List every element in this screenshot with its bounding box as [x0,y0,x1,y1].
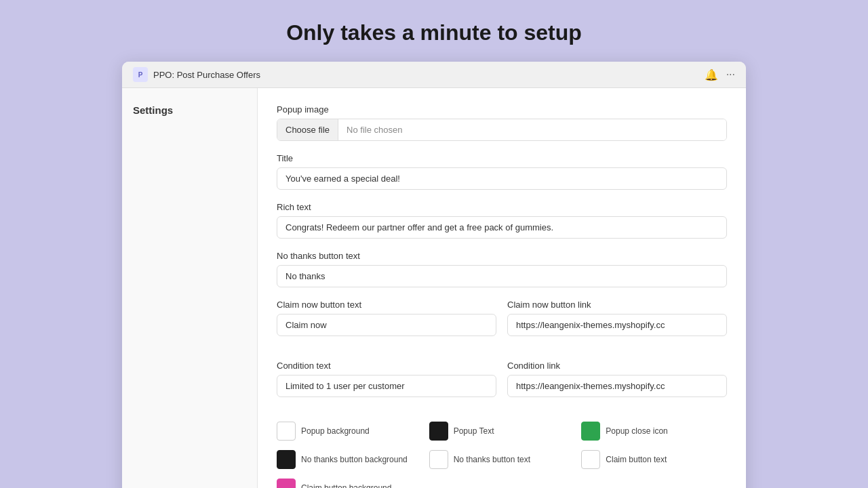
no-thanks-input[interactable] [277,265,727,287]
condition-row: Condition text Condition link [277,361,727,409]
file-name-display: No file chosen [338,119,726,140]
browser-logo: P [133,67,148,82]
color-label-no-thanks-button-background: No thanks button background [301,455,408,464]
color-label-no-thanks-button-text: No thanks button text [454,455,530,464]
condition-link-section: Condition link [507,361,727,397]
color-swatch-claim-button-text[interactable] [581,450,600,469]
color-label-claim-button-text: Claim button text [606,455,667,464]
condition-link-input[interactable] [507,375,727,397]
page-heading: Only takes a minute to setup [286,20,582,45]
more-icon[interactable]: ··· [726,68,735,81]
choose-file-button[interactable]: Choose file [277,119,338,140]
color-options-grid: Popup backgroundPopup TextPopup close ic… [277,422,727,488]
title-section: Title [277,153,727,190]
rich-text-input[interactable] [277,216,727,239]
browser-content: Settings Popup image Choose file No file… [122,88,746,488]
color-option-no-thanks-button-background: No thanks button background [277,450,422,469]
file-input-group: Choose file No file chosen [277,119,727,141]
browser-bar-right: 🔔 ··· [705,68,735,81]
condition-text-section: Condition text [277,361,496,397]
bell-icon[interactable]: 🔔 [705,68,718,81]
browser-window: P PPO: Post Purchase Offers 🔔 ··· Settin… [122,62,746,488]
no-thanks-label: No thanks button text [277,251,727,261]
color-swatch-popup-text[interactable] [429,422,448,441]
browser-bar-left: P PPO: Post Purchase Offers [133,67,260,82]
color-option-popup-close-icon: Popup close icon [581,422,727,441]
condition-text-input[interactable] [277,375,496,397]
color-label-popup-background: Popup background [301,426,370,436]
color-option-popup-background: Popup background [277,422,422,441]
claim-now-link-label: Claim now button link [507,300,727,310]
color-label-claim-button-background: Claim button background [301,483,391,488]
title-input[interactable] [277,167,727,190]
claim-text-section: Claim now button text [277,300,496,336]
main-content: Popup image Choose file No file chosen T… [258,88,746,488]
rich-text-section: Rich text [277,202,727,239]
color-swatch-claim-button-background[interactable] [277,479,296,488]
rich-text-label: Rich text [277,202,727,212]
color-option-popup-text: Popup Text [429,422,575,441]
color-option-claim-button-text: Claim button text [581,450,727,469]
popup-image-label: Popup image [277,104,727,115]
color-label-popup-text: Popup Text [454,426,494,436]
color-swatch-popup-close-icon[interactable] [581,422,600,441]
claim-now-link-input[interactable] [507,314,727,336]
color-swatch-no-thanks-button-background[interactable] [277,450,296,469]
color-option-claim-button-background: Claim button background [277,479,422,488]
claim-now-text-input[interactable] [277,314,496,336]
browser-title: PPO: Post Purchase Offers [153,70,260,80]
sidebar-settings-label: Settings [133,104,173,116]
color-swatch-no-thanks-button-text[interactable] [429,450,448,469]
browser-bar: P PPO: Post Purchase Offers 🔔 ··· [122,62,746,88]
condition-link-label: Condition link [507,361,727,371]
color-option-no-thanks-button-text: No thanks button text [429,450,575,469]
color-label-popup-close-icon: Popup close icon [606,426,667,436]
claim-link-section: Claim now button link [507,300,727,336]
no-thanks-section: No thanks button text [277,251,727,287]
claim-row: Claim now button text Claim now button l… [277,300,727,348]
popup-image-section: Popup image Choose file No file chosen [277,104,727,141]
title-label: Title [277,153,727,163]
condition-text-label: Condition text [277,361,496,371]
color-swatch-popup-background[interactable] [277,422,296,441]
sidebar: Settings [122,88,258,488]
claim-now-text-label: Claim now button text [277,300,496,310]
